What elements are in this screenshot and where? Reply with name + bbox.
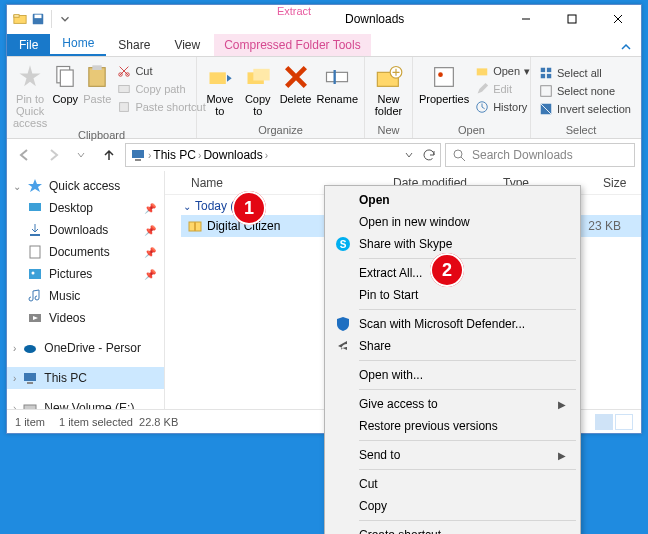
minimize-button[interactable] <box>503 5 549 33</box>
sidebar-new-volume[interactable]: ›New Volume (E:) <box>7 397 164 409</box>
back-button[interactable] <box>13 143 37 167</box>
forward-button[interactable] <box>41 143 65 167</box>
tab-home[interactable]: Home <box>50 32 106 56</box>
tab-share[interactable]: Share <box>106 34 162 56</box>
tab-file[interactable]: File <box>7 34 50 56</box>
copy-to-button[interactable]: Copy to <box>241 59 275 117</box>
sidebar-this-pc[interactable]: ›This PC <box>7 367 164 389</box>
svg-rect-29 <box>541 86 552 97</box>
select-none-button[interactable]: Select none <box>537 83 633 99</box>
svg-rect-26 <box>547 68 551 72</box>
sidebar-onedrive[interactable]: ›OneDrive - Persor <box>7 337 164 359</box>
address-bar-row: › This PC › Downloads › Search Downloads <box>7 139 641 171</box>
rename-button[interactable]: Rename <box>316 59 358 105</box>
svg-point-40 <box>24 345 36 353</box>
ctx-share-skype[interactable]: SShare with Skype <box>327 233 578 255</box>
details-view-button[interactable] <box>595 414 613 430</box>
paste-button[interactable]: Paste <box>83 59 111 105</box>
tab-compressed-tools[interactable]: Compressed Folder Tools <box>214 34 371 56</box>
sidebar-item-documents[interactable]: Documents📌 <box>7 241 164 263</box>
up-button[interactable] <box>97 143 121 167</box>
copy-button[interactable]: Copy <box>51 59 79 105</box>
svg-rect-9 <box>93 65 102 70</box>
group-open-label: Open <box>419 124 524 138</box>
save-icon[interactable] <box>31 12 45 26</box>
svg-rect-27 <box>541 74 545 78</box>
sidebar-item-music[interactable]: Music <box>7 285 164 307</box>
svg-rect-36 <box>30 246 40 258</box>
ctx-open-new-window[interactable]: Open in new window <box>327 211 578 233</box>
open-button[interactable]: Open ▾ <box>473 63 532 79</box>
ribbon-collapse-button[interactable] <box>611 38 641 56</box>
navigation-pane: ⌄Quick access Desktop📌 Downloads📌 Docume… <box>7 171 165 409</box>
ctx-create-shortcut[interactable]: Create shortcut <box>327 524 578 534</box>
down-chevron-icon[interactable] <box>58 12 72 26</box>
large-icons-view-button[interactable] <box>615 414 633 430</box>
qat-divider <box>51 10 52 28</box>
svg-point-22 <box>438 72 443 77</box>
maximize-button[interactable] <box>549 5 595 33</box>
copy-path-button[interactable]: Copy path <box>115 81 207 97</box>
svg-rect-1 <box>14 15 19 18</box>
breadcrumb-item[interactable]: This PC <box>153 148 196 162</box>
ctx-open-with[interactable]: Open with... <box>327 364 578 386</box>
search-input[interactable]: Search Downloads <box>445 143 635 167</box>
ctx-open[interactable]: Open <box>327 189 578 211</box>
svg-text:S: S <box>340 239 347 250</box>
ctx-give-access[interactable]: Give access to▶ <box>327 393 578 415</box>
svg-rect-12 <box>119 86 130 93</box>
ctx-send-to[interactable]: Send to▶ <box>327 444 578 466</box>
group-select-label: Select <box>537 124 625 138</box>
select-all-button[interactable]: Select all <box>537 65 633 81</box>
svg-rect-34 <box>29 203 41 211</box>
breadcrumb[interactable]: › This PC › Downloads › <box>125 143 441 167</box>
svg-point-38 <box>32 272 35 275</box>
close-button[interactable] <box>595 5 641 33</box>
col-size[interactable]: Size <box>595 176 641 190</box>
move-to-button[interactable]: Move to <box>203 59 237 117</box>
ribbon: Pin to Quick access Copy Paste Cut Copy … <box>7 57 641 139</box>
tab-view[interactable]: View <box>162 34 212 56</box>
svg-rect-37 <box>29 269 41 279</box>
ctx-scan-defender[interactable]: Scan with Microsoft Defender... <box>327 313 578 335</box>
cut-button[interactable]: Cut <box>115 63 207 79</box>
edit-button[interactable]: Edit <box>473 81 532 97</box>
ctx-share[interactable]: Share <box>327 335 578 357</box>
svg-rect-17 <box>327 72 348 81</box>
ctx-copy[interactable]: Copy <box>327 495 578 517</box>
sidebar-item-downloads[interactable]: Downloads📌 <box>7 219 164 241</box>
refresh-button[interactable] <box>422 148 436 162</box>
svg-rect-3 <box>35 15 42 19</box>
svg-rect-41 <box>24 373 36 381</box>
search-icon <box>452 148 466 162</box>
group-new-label: New <box>371 124 406 138</box>
titlebar: Extract Downloads <box>7 5 641 33</box>
ctx-restore-versions[interactable]: Restore previous versions <box>327 415 578 437</box>
paste-shortcut-button[interactable]: Paste shortcut <box>115 99 207 115</box>
recent-locations-button[interactable] <box>69 143 93 167</box>
breadcrumb-item[interactable]: Downloads <box>203 148 262 162</box>
share-icon <box>335 338 351 354</box>
skype-icon: S <box>335 236 351 252</box>
sidebar-item-desktop[interactable]: Desktop📌 <box>7 197 164 219</box>
ctx-pin-to-start[interactable]: Pin to Start <box>327 284 578 306</box>
address-dropdown-button[interactable] <box>404 150 414 160</box>
sidebar-quick-access[interactable]: ⌄Quick access <box>7 175 164 197</box>
svg-rect-8 <box>89 68 105 87</box>
history-button[interactable]: History <box>473 99 532 115</box>
svg-rect-28 <box>547 74 551 78</box>
svg-rect-35 <box>30 234 40 236</box>
sidebar-item-pictures[interactable]: Pictures📌 <box>7 263 164 285</box>
ctx-cut[interactable]: Cut <box>327 473 578 495</box>
svg-rect-21 <box>435 68 454 87</box>
invert-selection-button[interactable]: Invert selection <box>537 101 633 117</box>
svg-rect-5 <box>568 15 576 23</box>
folder-icon <box>13 12 27 26</box>
context-menu: Open Open in new window SShare with Skyp… <box>324 185 581 534</box>
properties-button[interactable]: Properties <box>419 59 469 105</box>
pin-quick-access-button[interactable]: Pin to Quick access <box>13 59 47 129</box>
new-folder-button[interactable]: New folder <box>371 59 406 117</box>
delete-button[interactable]: Delete <box>279 59 313 105</box>
status-selected: 1 item selected 22.8 KB <box>59 416 178 428</box>
sidebar-item-videos[interactable]: Videos <box>7 307 164 329</box>
